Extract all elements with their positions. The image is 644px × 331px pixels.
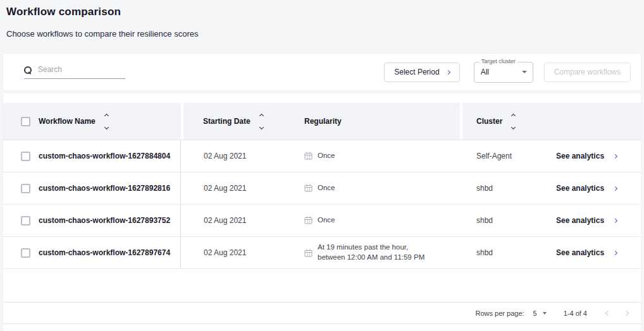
page-header: Workflow comparison Choose workflows to … [0,0,644,39]
sort-ascending-icon[interactable] [259,113,264,117]
target-cluster-label: Target cluster [479,58,518,64]
target-cluster-value: All [481,68,489,76]
column-header-workflow-name: Workflow Name [39,117,96,126]
chevron-right-icon [613,218,617,222]
starting-date: 02 Aug 2021 [181,152,298,160]
workflow-table: Workflow Name Starting Date Regularity C… [3,93,641,331]
target-cluster-select[interactable]: Target cluster All [474,62,533,83]
row-checkbox[interactable] [21,152,30,161]
calendar-icon [304,152,313,160]
sort-descending-icon[interactable] [511,124,516,129]
column-header-regularity: Regularity [304,117,342,126]
table-header: Workflow Name Starting Date Regularity C… [3,103,641,140]
cluster: shbd [460,248,544,257]
compare-workflows-button[interactable]: Compare workflows [544,63,631,82]
row-checkbox[interactable] [21,248,30,258]
regularity: Once [318,215,335,226]
starting-date: 02 Aug 2021 [181,216,298,225]
rows-per-page-label: Rows per page: [476,310,524,317]
chevron-right-icon [613,250,617,255]
column-divider [460,103,462,140]
see-analytics-link[interactable]: See analytics [544,248,641,257]
see-analytics-label: See analytics [556,216,604,225]
starting-date: 02 Aug 2021 [181,248,298,257]
see-analytics-link[interactable]: See analytics [544,216,641,225]
select-period-label: Select Period [394,68,439,76]
see-analytics-label: See analytics [556,152,604,160]
sort-descending-icon[interactable] [259,124,264,129]
table-empty-area [3,269,641,302]
row-checkbox[interactable] [21,184,30,193]
cluster: shbd [460,184,544,193]
sort-ascending-icon[interactable] [511,113,516,117]
rows-per-page-select[interactable]: 5 [533,310,547,317]
chevron-right-icon [613,153,617,158]
column-header-starting-date: Starting Date [203,117,251,126]
sort-descending-icon[interactable] [104,124,109,129]
select-period-button[interactable]: Select Period [384,63,459,82]
chevron-down-icon [543,312,547,315]
chevron-down-icon [522,71,527,73]
workflow-name: custom-chaos-workflow-1627892816 [34,172,181,204]
see-analytics-link[interactable]: See analytics [544,152,641,160]
sort-ascending-icon[interactable] [104,113,109,117]
rows-per-page-value: 5 [533,310,537,317]
pagination-range: 1-4 of 4 [564,310,587,317]
search-input[interactable] [38,65,125,74]
column-divider [181,103,183,140]
previous-page-button[interactable] [605,310,610,315]
see-analytics-link[interactable]: See analytics [544,184,641,193]
workflow-name: custom-chaos-workflow-1627884804 [34,140,181,172]
page-subtitle: Choose workflows to compare their resili… [6,29,638,39]
row-checkbox[interactable] [21,216,30,226]
regularity: At 19 minutes past the hour, between 12:… [318,243,424,262]
column-header-cluster: Cluster [476,117,502,126]
table-row: custom-chaos-workflow-1627893752 02 Aug … [3,205,641,237]
workflow-name: custom-chaos-workflow-1627897674 [34,237,181,268]
see-analytics-label: See analytics [556,184,604,193]
toolbar-actions: Select Period Target cluster All Compare… [384,62,631,83]
search-field [24,65,125,79]
chevron-right-icon [613,186,617,190]
chevron-right-icon [446,69,450,74]
workflow-name: custom-chaos-workflow-1627893752 [34,205,181,236]
toolbar: Select Period Target cluster All Compare… [3,54,641,90]
regularity: Once [318,151,335,161]
table-row: custom-chaos-workflow-1627892816 02 Aug … [3,172,641,205]
next-page-button[interactable] [624,310,629,315]
see-analytics-label: See analytics [556,248,604,257]
starting-date: 02 Aug 2021 [181,184,298,193]
regularity: Once [318,183,335,193]
select-all-checkbox[interactable] [21,117,30,126]
pagination: Rows per page: 5 1-4 of 4 [3,302,641,324]
table-row: custom-chaos-workflow-1627897674 02 Aug … [3,237,641,269]
table-row: custom-chaos-workflow-1627884804 02 Aug … [3,140,641,172]
cluster: shbd [460,216,544,225]
cluster: Self-Agent [460,152,544,160]
calendar-icon [304,216,313,224]
search-icon [24,66,31,73]
calendar-icon [304,184,313,192]
page-title: Workflow comparison [6,6,638,18]
calendar-icon [304,249,313,257]
